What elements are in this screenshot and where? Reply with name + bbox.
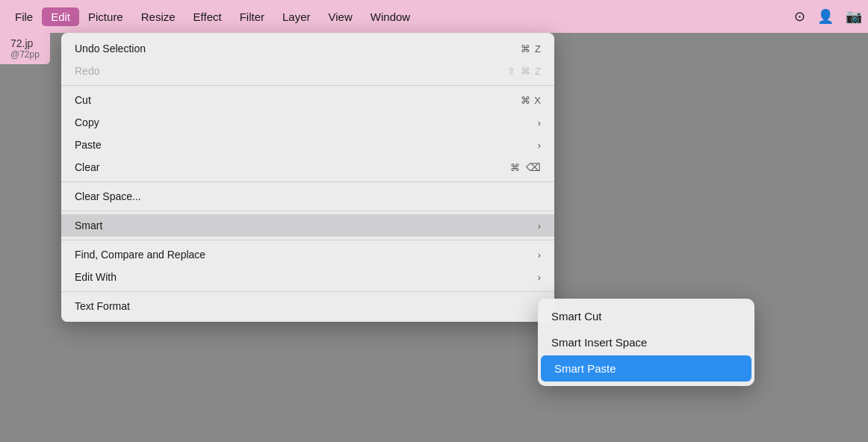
menu-cut-label: Cut bbox=[75, 94, 91, 106]
menu-clear-shortcut: ⌘ ⌫ bbox=[510, 161, 541, 173]
separator-5 bbox=[61, 291, 554, 292]
menu-edit-with-label: Edit With bbox=[75, 271, 117, 283]
submenu-smart-insert-label: Smart Insert Space bbox=[551, 336, 647, 349]
menu-layer[interactable]: Layer bbox=[273, 7, 320, 26]
menu-undo-selection-label: Undo Selection bbox=[75, 43, 146, 55]
menu-smart-label: Smart bbox=[75, 220, 102, 231]
menu-paste[interactable]: Paste › bbox=[61, 134, 554, 156]
paste-chevron-icon: › bbox=[538, 140, 541, 151]
menu-window[interactable]: Window bbox=[362, 7, 419, 26]
menu-redo[interactable]: Redo ⇧ ⌘ Z bbox=[61, 60, 554, 82]
menu-paste-label: Paste bbox=[75, 139, 102, 151]
menu-file[interactable]: File bbox=[6, 7, 42, 26]
menu-cut-shortcut: ⌘ X bbox=[521, 95, 541, 106]
menu-undo-selection[interactable]: Undo Selection ⌘ Z bbox=[61, 37, 554, 60]
separator-2 bbox=[61, 181, 554, 182]
menu-effect[interactable]: Effect bbox=[185, 7, 231, 26]
edit-with-chevron-icon: › bbox=[538, 272, 541, 283]
menu-clear-space-label: Clear Space... bbox=[75, 190, 141, 202]
menu-undo-selection-shortcut: ⌘ Z bbox=[521, 43, 541, 55]
menu-edit[interactable]: Edit bbox=[42, 7, 79, 26]
menu-redo-shortcut: ⇧ ⌘ Z bbox=[507, 66, 541, 77]
find-chevron-icon: › bbox=[538, 249, 541, 261]
submenu-smart-paste-label: Smart Paste bbox=[554, 362, 616, 375]
menubar-right-icons: ⊙ 👤 📷 bbox=[794, 8, 862, 25]
camera-icon[interactable]: 📷 bbox=[846, 8, 862, 25]
menu-redo-label: Redo bbox=[75, 65, 99, 77]
menu-clear-label: Clear bbox=[75, 161, 99, 173]
menu-find-compare-replace[interactable]: Find, Compare and Replace › bbox=[61, 243, 554, 266]
menu-filter[interactable]: Filter bbox=[231, 7, 273, 26]
separator-4 bbox=[61, 240, 554, 240]
menu-picture[interactable]: Picture bbox=[79, 7, 132, 26]
submenu-smart-cut-label: Smart Cut bbox=[551, 310, 602, 323]
menu-copy-label: Copy bbox=[75, 116, 99, 128]
smart-chevron-icon: › bbox=[538, 220, 541, 231]
smart-submenu: Smart Cut Smart Insert Space Smart Paste bbox=[538, 299, 754, 386]
edit-dropdown-menu: Undo Selection ⌘ Z Redo ⇧ ⌘ Z Cut ⌘ X Co… bbox=[61, 33, 554, 322]
menu-resize[interactable]: Resize bbox=[132, 7, 185, 26]
menubar: File Edit Picture Resize Effect Filter L… bbox=[0, 0, 868, 33]
submenu-smart-cut[interactable]: Smart Cut bbox=[538, 303, 754, 329]
separator-3 bbox=[61, 211, 554, 211]
submenu-smart-paste[interactable]: Smart Paste bbox=[541, 355, 751, 382]
menu-find-compare-label: Find, Compare and Replace bbox=[75, 249, 205, 261]
menu-text-format[interactable]: Text Format › bbox=[61, 295, 554, 317]
menu-clear-space[interactable]: Clear Space... bbox=[61, 185, 554, 208]
file-tab-name: 72.jp bbox=[10, 37, 40, 49]
menu-text-format-label: Text Format bbox=[75, 300, 130, 312]
menu-clear[interactable]: Clear ⌘ ⌫ bbox=[61, 156, 554, 178]
menu-cut[interactable]: Cut ⌘ X bbox=[61, 89, 554, 111]
menu-smart[interactable]: Smart › bbox=[61, 214, 554, 237]
file-tab: 72.jp @72pp bbox=[0, 33, 50, 64]
copy-chevron-icon: › bbox=[538, 117, 541, 128]
target-icon[interactable]: ⊙ bbox=[794, 8, 805, 25]
menu-edit-with[interactable]: Edit With › bbox=[61, 266, 554, 288]
file-tab-info: @72pp bbox=[10, 49, 40, 60]
submenu-smart-insert-space[interactable]: Smart Insert Space bbox=[538, 329, 754, 355]
user-icon[interactable]: 👤 bbox=[817, 8, 834, 25]
menu-copy[interactable]: Copy › bbox=[61, 111, 554, 134]
menu-view[interactable]: View bbox=[320, 7, 362, 26]
separator-1 bbox=[61, 85, 554, 86]
app-content: 72.jp @72pp Undo Selection ⌘ Z Redo ⇧ ⌘ … bbox=[0, 33, 868, 442]
